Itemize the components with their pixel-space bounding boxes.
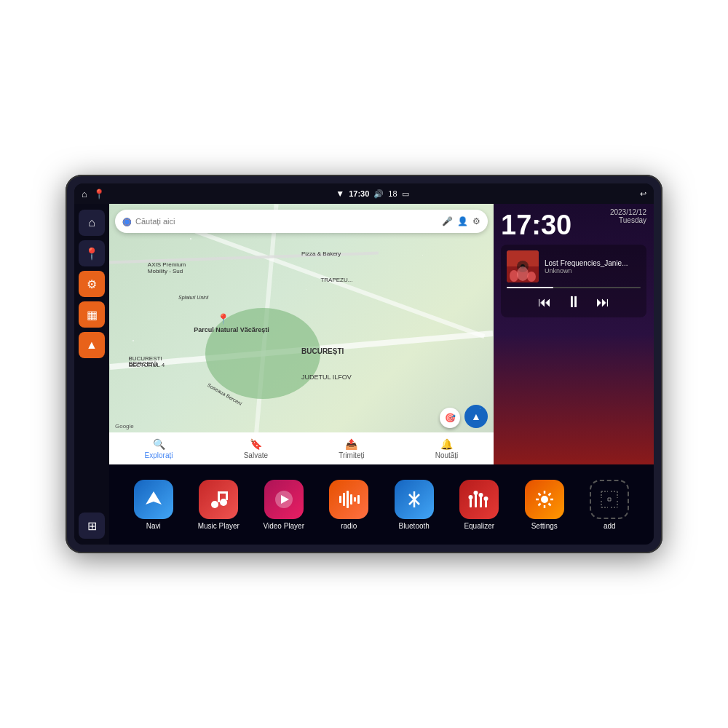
equalizer-icon <box>459 480 499 519</box>
music-player-icon <box>199 480 238 519</box>
album-art <box>507 250 539 282</box>
music-progress-bar[interactable] <box>507 287 641 288</box>
map-search-bar[interactable]: ◉ Căutați aici 🎤 👤 ⚙ <box>115 210 488 233</box>
svg-rect-15 <box>343 493 345 506</box>
app-equalizer[interactable]: Equalizer <box>457 480 501 530</box>
more-icon[interactable]: ⚙ <box>472 216 480 226</box>
map-explore[interactable]: 🔍 Explorați <box>145 438 173 459</box>
account-icon[interactable]: 👤 <box>457 216 468 226</box>
location-icon: 🎯 <box>445 413 456 423</box>
map-label-park: Parcul Natural Văcărești <box>194 326 269 333</box>
sidebar-grid[interactable]: ⊞ <box>79 513 105 539</box>
music-widget[interactable]: Lost Frequencies_Janie... Unknown ⏮ ⏸ ⏭ <box>501 245 646 317</box>
send-icon: 📤 <box>345 438 357 450</box>
wifi-icon: ▼ <box>336 189 344 199</box>
saved-icon: 🔖 <box>250 438 262 450</box>
map-news[interactable]: 🔔 Noutăți <box>435 438 459 459</box>
clock-date: 2023/12/12 Tuesday <box>610 208 646 224</box>
svg-point-6 <box>527 272 536 282</box>
music-artist: Unknown <box>545 267 641 274</box>
svg-point-5 <box>517 266 529 281</box>
app-navi[interactable]: Navi <box>132 480 175 530</box>
settings-svg <box>534 488 555 510</box>
add-app-icon <box>590 480 629 519</box>
map-label-axis: AXIS PremiumMobility - Sud <box>148 261 186 274</box>
map-background: ◉ Căutați aici 🎤 👤 ⚙ AXIS PremiumMobilit… <box>109 204 494 464</box>
svg-rect-17 <box>350 494 352 505</box>
app-add[interactable]: add <box>587 480 631 530</box>
svg-marker-7 <box>146 491 162 505</box>
explore-label: Explorați <box>145 451 173 459</box>
settings-app-icon <box>525 480 564 519</box>
svg-point-8 <box>211 501 218 508</box>
google-icon: ◉ <box>122 215 131 227</box>
sidebar-files[interactable]: ▦ <box>79 301 105 328</box>
map-label-trapezului: TRAPEZU... <box>320 277 352 283</box>
prev-button[interactable]: ⏮ <box>538 295 551 310</box>
news-label: Noutăți <box>435 451 459 459</box>
settings-label: Settings <box>531 522 558 530</box>
home-status-icon[interactable]: ⌂ <box>82 189 87 199</box>
search-placeholder: Căutați aici <box>135 217 438 226</box>
home-icon: ⌂ <box>88 216 95 229</box>
content-split: ◉ Căutați aici 🎤 👤 ⚙ AXIS PremiumMobilit… <box>109 204 654 545</box>
google-logo: Google <box>115 423 134 430</box>
next-button[interactable]: ⏭ <box>596 295 609 310</box>
music-svg <box>207 488 229 510</box>
app-settings[interactable]: Settings <box>523 480 566 530</box>
main-content: ⌂ 📍 ⚙ ▦ ▲ ⊞ <box>74 204 654 545</box>
video-player-label: Video Player <box>263 522 304 530</box>
status-left: ⌂ 📍 <box>82 189 105 199</box>
add-label: add <box>604 522 616 530</box>
play-pause-button[interactable]: ⏸ <box>566 293 582 312</box>
svg-rect-27 <box>485 500 487 507</box>
clock-date-value: 2023/12/12 <box>610 208 646 216</box>
mic-icon[interactable]: 🎤 <box>442 216 453 226</box>
app-bluetooth[interactable]: Bluetooth <box>392 480 436 530</box>
navi-svg <box>143 488 165 510</box>
svg-point-26 <box>479 493 483 497</box>
settings-icon: ⚙ <box>87 277 97 291</box>
map-bottom-bar: 🔍 Explorați 🔖 Salvate 📤 Trimiteți <box>109 432 494 464</box>
news-icon: 🔔 <box>440 438 453 450</box>
map-saved[interactable]: 🔖 Salvate <box>244 438 268 459</box>
map-status-icon[interactable]: 📍 <box>93 189 105 199</box>
navi-icon <box>134 480 173 519</box>
status-time: 17:30 <box>349 189 369 198</box>
music-info: Lost Frequencies_Janie... Unknown <box>507 250 641 282</box>
svg-rect-18 <box>354 497 356 502</box>
app-radio[interactable]: radio <box>327 480 371 530</box>
bt-svg <box>403 488 425 510</box>
music-text: Lost Frequencies_Janie... Unknown <box>545 259 641 274</box>
video-svg <box>273 488 295 510</box>
navi-label: Navi <box>146 522 161 530</box>
navigate-icon: ▲ <box>471 411 481 422</box>
svg-point-24 <box>474 491 478 495</box>
sidebar-settings[interactable]: ⚙ <box>79 271 105 297</box>
sidebar-maps[interactable]: 📍 <box>79 240 105 266</box>
app-video-player[interactable]: Video Player <box>262 480 306 530</box>
music-progress-fill <box>507 287 553 288</box>
status-center: ▼ 17:30 🔊 18 ▭ <box>336 189 408 199</box>
svg-rect-19 <box>357 495 360 504</box>
svg-point-29 <box>541 496 548 503</box>
map-area[interactable]: ◉ Căutați aici 🎤 👤 ⚙ AXIS PremiumMobilit… <box>109 204 494 464</box>
app-music-player[interactable]: Music Player <box>197 480 240 530</box>
clock-day: Tuesday <box>610 216 646 224</box>
svg-point-22 <box>469 495 473 499</box>
svg-rect-23 <box>475 494 477 507</box>
back-icon[interactable]: ↩ <box>640 189 646 199</box>
navigate-btn[interactable]: ▲ <box>464 405 488 428</box>
map-label-judet: JUDETUL ILFOV <box>301 373 352 381</box>
status-right: ↩ <box>640 189 646 199</box>
add-svg <box>598 488 620 510</box>
top-split: ◉ Căutați aici 🎤 👤 ⚙ AXIS PremiumMobilit… <box>109 204 654 464</box>
map-send[interactable]: 📤 Trimiteți <box>339 438 364 459</box>
radio-label: radio <box>341 522 357 530</box>
location-btn[interactable]: 🎯 <box>440 408 460 428</box>
device-screen: ⌂ 📍 ▼ 17:30 🔊 18 ▭ ↩ ⌂ 📍 <box>74 183 654 545</box>
album-art-svg <box>507 250 539 282</box>
sidebar-navigation[interactable]: ▲ <box>79 332 105 358</box>
sidebar-home[interactable]: ⌂ <box>79 210 105 236</box>
radio-icon <box>329 480 368 519</box>
